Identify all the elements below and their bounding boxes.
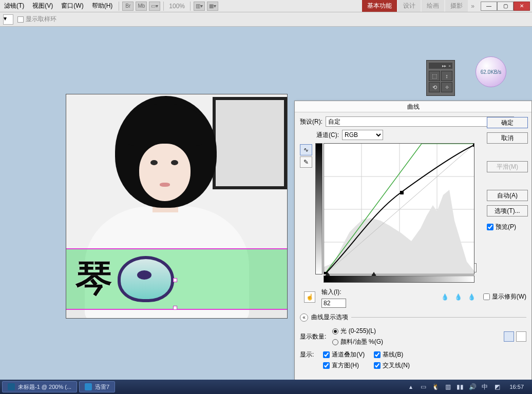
overlay-cartoon-shape (118, 256, 174, 302)
show-label: 显示: (300, 350, 314, 359)
menu-window[interactable]: 窗口(W) (57, 2, 87, 10)
preset-label: 预设(R): (300, 117, 322, 126)
curves-svg (324, 144, 474, 274)
window-controls: — ▢ ✕ (481, 2, 530, 11)
input-input[interactable] (321, 299, 346, 308)
tray-app-icon[interactable]: ◩ (493, 383, 501, 391)
separator (119, 2, 119, 11)
curves-graph[interactable] (324, 143, 474, 274)
tools-panel-header[interactable]: ▸▸× (429, 63, 452, 69)
amount-label: 显示数量: (300, 332, 326, 341)
minibridge-icon[interactable]: Mb (136, 2, 147, 11)
black-point-slider[interactable] (325, 272, 330, 276)
preset-select[interactable]: 自定 (326, 116, 514, 127)
amount-pigment-label: 颜料/油墨 %(G) (340, 338, 383, 345)
taskbar-item-thunder[interactable]: 迅雷7 (79, 381, 115, 392)
options-button[interactable]: 选项(T)... (487, 205, 528, 216)
menu-bar: 滤镜(T) 视图(V) 窗口(W) 帮助(H) Br Mb ▭▾ 100% ▥▾… (0, 0, 532, 12)
workspace-more-icon[interactable]: » (469, 3, 477, 10)
tray-volume-icon[interactable]: 🔊 (468, 383, 477, 391)
tray-signal-icon[interactable]: ▮▮ (456, 383, 464, 391)
transform-handle[interactable] (173, 278, 177, 282)
on-image-adjust-icon[interactable]: ☝ (304, 291, 315, 303)
show-sample-ring-checkbox[interactable]: 显示取样环 (17, 15, 56, 24)
tools-panel[interactable]: ▸▸× ⬚↕ ⟲✧ (426, 60, 455, 96)
amount-pigment-radio[interactable]: 颜料/油墨 %(G) (332, 338, 383, 346)
black-eyedropper-icon[interactable]: 💧 (440, 292, 450, 302)
minimize-button[interactable]: — (481, 2, 497, 11)
workspace-design[interactable]: 设计 (398, 0, 421, 12)
mid-point-slider[interactable] (371, 272, 376, 276)
document-canvas[interactable]: 琴 (66, 94, 288, 319)
close-icon[interactable]: × (448, 64, 451, 68)
zoom-percent[interactable]: 100% (169, 3, 185, 10)
workspace-switcher: 基本功能 设计 绘画 摄影 » — ▢ ✕ (362, 0, 532, 12)
taskbar-item-photoshop[interactable]: 未标题-1 @ 200% (... (2, 381, 77, 392)
show-sample-ring-label: 显示取样环 (26, 15, 56, 24)
amount-light-label: 光 (0-255)(L) (340, 327, 376, 334)
radio-icon (332, 339, 338, 345)
white-eyedropper-icon[interactable]: 💧 (467, 292, 477, 302)
channel-select[interactable]: RGB (342, 130, 383, 140)
workspace-photography[interactable]: 摄影 (445, 0, 468, 12)
curves-button-column: 确定 取消 平滑(M) 自动(A) 选项(T)... 预览(P) (487, 117, 528, 231)
taskbar: 未标题-1 @ 200% (... 迅雷7 ▴ ▭ 🐧 ▥ ▮▮ 🔊 中 ◩ 1… (0, 380, 532, 394)
network-speed-widget[interactable]: 62.0KB/s (476, 56, 506, 87)
marquee-tool-icon[interactable]: ⬚ (429, 71, 440, 81)
grid-fine-icon[interactable] (516, 331, 526, 342)
curves-title: 曲线 (295, 101, 531, 112)
workspace-essentials[interactable]: 基本功能 (362, 0, 397, 12)
lasso-tool-icon[interactable]: ⟲ (429, 82, 440, 92)
svg-rect-7 (400, 191, 404, 194)
grid-coarse-icon[interactable] (504, 331, 514, 342)
ok-button[interactable]: 确定 (487, 117, 528, 128)
collapse-icon[interactable]: ▸▸ (442, 64, 446, 68)
cancel-button[interactable]: 取消 (487, 132, 528, 144)
maximize-button[interactable]: ▢ (497, 2, 514, 11)
cb-baseline[interactable]: 基线(B) (374, 350, 410, 359)
preview-label: 预览(P) (496, 223, 516, 231)
curve-pencil-tool-icon[interactable]: ✎ (300, 156, 312, 168)
bridge-icon[interactable]: Br (122, 2, 134, 11)
svg-rect-8 (473, 144, 474, 147)
menu-help[interactable]: 帮助(H) (88, 2, 117, 10)
cb-intersection[interactable]: 交叉线(N) (374, 361, 410, 370)
overlay-text: 琴 (75, 254, 112, 304)
arrange-docs-icon[interactable]: ▥▾ (194, 2, 205, 11)
show-clipping-checkbox[interactable]: 显示修剪(W) (483, 292, 526, 301)
taskbar-item-label: 迅雷7 (95, 383, 109, 391)
workspace-painting[interactable]: 绘画 (422, 0, 444, 12)
curve-point-tool-icon[interactable]: ∿ (300, 144, 312, 155)
screen-mode-icon[interactable]: ▭▾ (149, 2, 160, 11)
output-gradient (315, 143, 322, 274)
wand-tool-icon[interactable]: ✧ (441, 82, 452, 92)
tray-monitor-icon[interactable]: ▭ (419, 383, 427, 391)
transform-handle[interactable] (173, 306, 177, 310)
cb-channel-overlay[interactable]: 通道叠加(V) (323, 350, 365, 359)
tray-display-icon[interactable]: ▥ (444, 383, 452, 391)
checkbox-icon (374, 351, 381, 358)
selection-overlay[interactable]: 琴 (66, 248, 287, 310)
radio-icon (332, 328, 338, 334)
checkbox-icon (323, 351, 330, 358)
extras-icon[interactable]: ▦▾ (207, 2, 218, 11)
tool-preset-dropdown[interactable]: ▾ (3, 14, 13, 25)
smooth-button[interactable]: 平滑(M) (487, 161, 528, 172)
cb-histogram[interactable]: 直方图(H) (323, 361, 365, 370)
auto-button[interactable]: 自动(A) (487, 190, 528, 201)
move-tool-icon[interactable]: ↕ (441, 71, 452, 81)
taskbar-clock[interactable]: 16:57 (505, 384, 528, 390)
amount-light-radio[interactable]: 光 (0-255)(L) (332, 327, 383, 336)
tray-ime-icon[interactable]: 中 (481, 383, 489, 391)
tray-expand-icon[interactable]: ▴ (407, 383, 415, 391)
menu-view[interactable]: 视图(V) (28, 2, 57, 10)
tray-qq-icon[interactable]: 🐧 (431, 383, 440, 391)
show-clipping-label: 显示修剪(W) (492, 292, 526, 301)
preview-checkbox[interactable]: 预览(P) (487, 223, 528, 231)
menu-filter[interactable]: 滤镜(T) (0, 2, 28, 10)
gray-eyedropper-icon[interactable]: 💧 (453, 292, 464, 302)
system-tray: ▴ ▭ 🐧 ▥ ▮▮ 🔊 中 ◩ 16:57 (407, 383, 532, 391)
input-gradient[interactable] (324, 275, 474, 283)
close-button[interactable]: ✕ (514, 2, 530, 11)
section-toggle-icon[interactable]: « (300, 313, 308, 322)
